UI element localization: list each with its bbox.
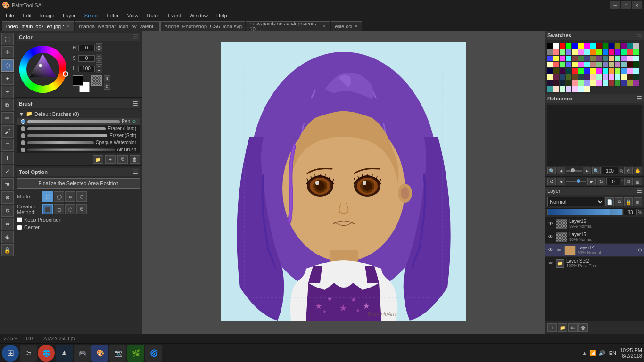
swatch[interactable]: [627, 43, 633, 49]
fg-color-swatch[interactable]: [73, 75, 83, 86]
swatch[interactable]: [566, 68, 571, 74]
swatch[interactable]: [584, 56, 590, 61]
swatch[interactable]: [578, 56, 584, 61]
sys-icon-net[interactable]: 📶: [589, 350, 596, 356]
tab-3[interactable]: easy-paint-tool-sai-logo-icon-10.... ✕: [246, 21, 330, 31]
swatch[interactable]: [553, 68, 559, 74]
swatch[interactable]: [603, 43, 608, 49]
layer-item-set2[interactable]: 👁 📁 Layer Set2 100% Pass Thro...: [545, 257, 644, 270]
swatch[interactable]: [621, 62, 627, 67]
zoom-out-btn[interactable]: 🔍: [547, 167, 556, 174]
layer-eye-set2[interactable]: 👁: [547, 260, 554, 267]
layer-eye-16[interactable]: 👁: [547, 221, 554, 227]
mode-ellipse[interactable]: ◯: [54, 191, 64, 202]
h-down[interactable]: ▼: [96, 48, 102, 52]
start-button[interactable]: ⊞: [2, 345, 19, 362]
color-menu-btn[interactable]: ☰: [133, 34, 138, 41]
swatch[interactable]: [609, 74, 614, 80]
rotate-slider-right[interactable]: ▶: [587, 178, 596, 185]
rotate-value-input[interactable]: [606, 178, 620, 185]
swatch[interactable]: [621, 74, 627, 80]
canvas-area[interactable]: ★ ★ ★ ★ ★ ★ ★ BethaniuArts: [142, 31, 545, 334]
swatch[interactable]: [609, 56, 614, 61]
menu-layer[interactable]: Layer: [59, 12, 80, 19]
menu-help[interactable]: Help: [213, 12, 231, 19]
swatch[interactable]: [547, 62, 553, 67]
swatch[interactable]: [615, 43, 620, 49]
swatch[interactable]: [584, 74, 590, 80]
swatch[interactable]: [603, 74, 608, 80]
rotate-cw-btn[interactable]: ↻: [597, 178, 605, 185]
swatch[interactable]: [615, 80, 620, 86]
brush-item-3[interactable]: Opaque Watercolor: [17, 139, 140, 146]
taskbar-sai[interactable]: 🎨: [91, 345, 108, 362]
swatch[interactable]: [553, 74, 559, 80]
layer-group-btn[interactable]: 📁: [558, 323, 567, 332]
swatch[interactable]: [615, 74, 620, 80]
swatch[interactable]: [603, 62, 608, 67]
minimize-button[interactable]: ─: [610, 1, 620, 9]
brush-item-0[interactable]: Pen ⚙: [17, 118, 140, 125]
menu-window[interactable]: Window: [186, 12, 212, 19]
creation-ratio[interactable]: ⧉: [76, 204, 87, 214]
tool-lasso[interactable]: ⬡: [1, 59, 14, 72]
swatch[interactable]: [596, 49, 602, 55]
swatch[interactable]: [560, 80, 565, 86]
tool-rotate[interactable]: ↻: [1, 205, 14, 217]
rotate-ccw-btn[interactable]: ↺: [547, 178, 556, 185]
layer-folder-set2[interactable]: 📁: [556, 259, 564, 268]
blend-mode-select[interactable]: Normal Multiply Screen Overlay Hard Ligh…: [547, 197, 604, 206]
swatch[interactable]: [547, 56, 553, 61]
tool-eraser[interactable]: ◻: [1, 139, 14, 151]
canvas-artwork[interactable]: ★ ★ ★ ★ ★ ★ ★ BethaniuArts: [221, 42, 466, 321]
layer-eye-15[interactable]: 👁: [547, 234, 554, 240]
swatch[interactable]: [584, 86, 590, 92]
mode-lasso[interactable]: ⊂: [65, 191, 75, 202]
new-layer-btn[interactable]: 📄: [605, 197, 614, 206]
swatch[interactable]: [596, 80, 602, 86]
tool-move[interactable]: ✛: [1, 46, 14, 58]
taskbar-steam[interactable]: ♟: [56, 345, 73, 362]
maximize-button[interactable]: □: [621, 1, 631, 9]
swatch[interactable]: [615, 56, 620, 61]
swatch[interactable]: [609, 62, 614, 67]
swatch[interactable]: [547, 86, 553, 92]
menu-select[interactable]: Select: [81, 12, 103, 19]
mode-rect[interactable]: ⬚: [42, 191, 53, 202]
creation-fixed[interactable]: ⬡: [65, 204, 75, 214]
brush-item-1[interactable]: Eraser (Hard): [17, 125, 140, 132]
swatches-menu-btn[interactable]: ☰: [637, 32, 642, 39]
swatch[interactable]: [566, 56, 571, 61]
swatch[interactable]: [603, 49, 608, 55]
copy-view-btn[interactable]: ⧉: [624, 178, 633, 185]
swatch[interactable]: [609, 80, 614, 86]
layer-item-14[interactable]: 👁 ✏ Layer14 83% Normal ⚙: [545, 244, 644, 257]
zoom-in-btn[interactable]: 🔍: [592, 167, 601, 174]
swatch[interactable]: [596, 56, 602, 61]
swatch[interactable]: [627, 49, 633, 55]
swatch[interactable]: [553, 43, 559, 49]
swatch[interactable]: [547, 80, 553, 86]
close-button[interactable]: ✕: [632, 1, 642, 9]
brush-del-btn[interactable]: 🗑: [130, 155, 140, 164]
zoom-slider-left[interactable]: ◀: [557, 167, 565, 174]
tab-2[interactable]: Adobe_Photoshop_CS6_icon.svg... ✕: [160, 21, 245, 31]
rotate-slider-left[interactable]: ◀: [557, 178, 565, 185]
swatch[interactable]: [590, 74, 596, 80]
layer-merge-btn[interactable]: ⊕: [568, 323, 578, 332]
swatch[interactable]: [553, 56, 559, 61]
swatch[interactable]: [615, 68, 620, 74]
swatch[interactable]: [553, 49, 559, 55]
swatch[interactable]: [627, 68, 633, 74]
swatch[interactable]: [553, 62, 559, 67]
hand-btn[interactable]: ✋: [634, 167, 642, 174]
tool-text[interactable]: T: [1, 152, 14, 164]
swatch[interactable]: [621, 68, 627, 74]
reset-zoom-btn[interactable]: ⟲: [624, 167, 633, 174]
l-input[interactable]: [78, 66, 95, 72]
tool-select[interactable]: ⬚: [1, 33, 14, 45]
l-down[interactable]: ▼: [96, 69, 102, 73]
swatch[interactable]: [621, 49, 627, 55]
menu-filter[interactable]: Filter: [103, 12, 122, 19]
swatch[interactable]: [633, 80, 639, 86]
